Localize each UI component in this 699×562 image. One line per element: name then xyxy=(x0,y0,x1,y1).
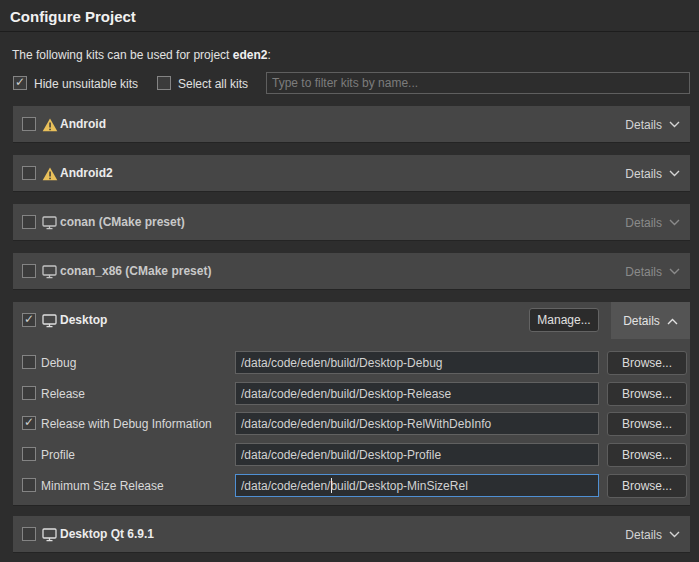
chevron-down-icon xyxy=(669,531,680,538)
select-all-checkbox[interactable] xyxy=(157,76,171,90)
subtitle-suffix: : xyxy=(267,48,270,62)
manage-kits-button[interactable]: Manage... xyxy=(529,308,599,332)
chevron-down-icon xyxy=(669,170,680,177)
config-label: Minimum Size Release xyxy=(41,479,164,493)
build-dir-input-focused[interactable] xyxy=(235,474,599,497)
kit-label: conan_x86 (CMake preset) xyxy=(60,264,211,278)
kit-checkbox[interactable] xyxy=(22,313,36,327)
config-label: Profile xyxy=(41,448,75,462)
chevron-down-icon xyxy=(669,268,680,275)
warning-icon xyxy=(42,167,58,181)
hide-unsuitable-label[interactable]: Hide unsuitable kits xyxy=(34,77,138,91)
details-label: Details xyxy=(625,216,662,230)
text-cursor xyxy=(331,478,332,493)
browse-button[interactable]: Browse... xyxy=(607,351,687,375)
browse-button[interactable]: Browse... xyxy=(607,382,687,406)
hide-unsuitable-checkbox[interactable] xyxy=(13,76,27,90)
select-all-label[interactable]: Select all kits xyxy=(178,77,248,91)
config-row-profile: Profile Browse... xyxy=(13,443,690,467)
kit-filter-input[interactable] xyxy=(266,72,690,94)
kit-details-button[interactable]: Details xyxy=(625,155,680,192)
config-row-relwithdebinfo: Release with Debug Information Browse... xyxy=(13,412,690,436)
kit-details-button: Details xyxy=(625,204,680,241)
config-checkbox[interactable] xyxy=(22,478,36,492)
chevron-up-icon xyxy=(667,314,678,328)
kit-details-button[interactable]: Details xyxy=(625,516,680,553)
config-row-debug: Debug Browse... xyxy=(13,351,690,375)
kit-details-button: Details xyxy=(625,253,680,290)
details-label: Details xyxy=(623,314,660,328)
config-row-release: Release Browse... xyxy=(13,382,690,406)
kit-checkbox[interactable] xyxy=(22,215,36,229)
warning-icon xyxy=(42,118,58,132)
kit-row-conan-x86[interactable]: conan_x86 (CMake preset) Details xyxy=(13,253,690,290)
details-label: Details xyxy=(625,118,662,132)
config-row-minsizerel: Minimum Size Release Browse... xyxy=(13,474,690,498)
kit-row-desktop[interactable]: Desktop Manage... Details xyxy=(13,302,690,339)
config-label: Release xyxy=(41,387,85,401)
kit-checkbox[interactable] xyxy=(22,527,36,541)
subtitle-prefix: The following kits can be used for proje… xyxy=(12,48,233,62)
chevron-down-icon xyxy=(669,121,680,128)
details-label: Details xyxy=(625,265,662,279)
kits-subtitle: The following kits can be used for proje… xyxy=(12,48,271,62)
config-label: Release with Debug Information xyxy=(41,417,212,431)
title-divider xyxy=(0,31,699,32)
kit-label: conan (CMake preset) xyxy=(60,215,185,229)
browse-button[interactable]: Browse... xyxy=(607,443,687,467)
kit-group-desktop: Desktop Manage... Details Debug Browse..… xyxy=(13,302,690,506)
configure-project-page: Configure Project The following kits can… xyxy=(0,0,699,562)
desktop-icon xyxy=(42,216,58,230)
desktop-icon xyxy=(42,528,58,542)
kit-row-android2[interactable]: Android2 Details xyxy=(13,155,690,192)
kit-label: Desktop Qt 6.9.1 xyxy=(60,527,154,541)
config-checkbox[interactable] xyxy=(22,447,36,461)
kit-checkbox[interactable] xyxy=(22,166,36,180)
desktop-icon xyxy=(42,265,58,279)
kit-label: Desktop xyxy=(60,313,107,327)
kit-details-button-expanded[interactable]: Details xyxy=(611,302,690,339)
config-checkbox[interactable] xyxy=(22,386,36,400)
build-dir-input[interactable] xyxy=(235,351,599,374)
details-label: Details xyxy=(625,167,662,181)
kit-row-conan[interactable]: conan (CMake preset) Details xyxy=(13,204,690,241)
browse-button[interactable]: Browse... xyxy=(607,412,687,436)
chevron-down-icon xyxy=(669,219,680,226)
build-dir-input[interactable] xyxy=(235,382,599,405)
page-title: Configure Project xyxy=(10,8,136,25)
kit-details-button[interactable]: Details xyxy=(625,106,680,143)
kit-checkbox[interactable] xyxy=(22,117,36,131)
project-name: eden2 xyxy=(233,48,268,62)
config-label: Debug xyxy=(41,356,76,370)
config-checkbox[interactable] xyxy=(22,416,36,430)
kit-checkbox[interactable] xyxy=(22,264,36,278)
kit-row-android[interactable]: Android Details xyxy=(13,106,690,143)
config-checkbox[interactable] xyxy=(22,355,36,369)
details-label: Details xyxy=(625,528,662,542)
kit-label: Android xyxy=(60,117,106,131)
browse-button[interactable]: Browse... xyxy=(607,474,687,498)
build-dir-input[interactable] xyxy=(235,412,599,435)
build-dir-input[interactable] xyxy=(235,443,599,466)
kit-row-desktop-qt[interactable]: Desktop Qt 6.9.1 Details xyxy=(13,516,690,553)
desktop-icon xyxy=(42,314,58,328)
kit-label: Android2 xyxy=(60,166,113,180)
